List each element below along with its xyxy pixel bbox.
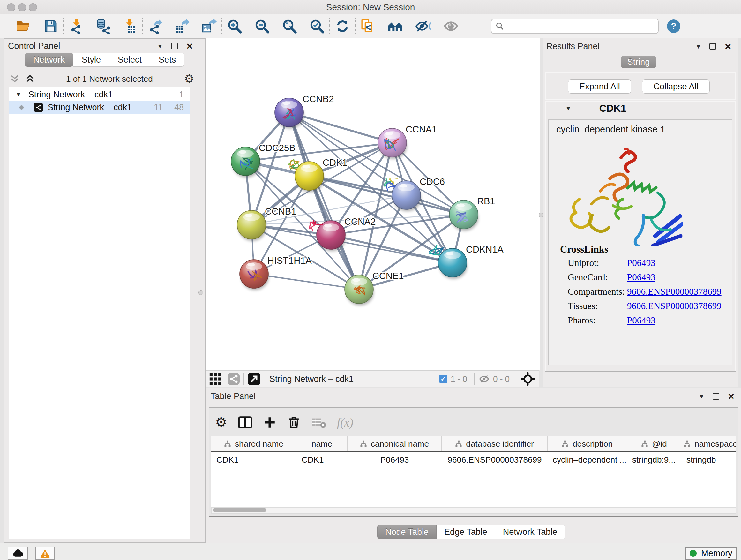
tab-node-table[interactable]: Node Table [377,524,436,539]
entry-expander-icon[interactable]: ▼ [565,106,571,111]
table-panel-close-icon[interactable]: ✕ [728,392,735,401]
crosslink-link[interactable]: P06493 [627,258,656,272]
column-header--id[interactable]: @id [627,436,681,451]
zoom-in-icon[interactable] [225,17,244,35]
add-column-icon[interactable] [263,416,276,429]
table-cell[interactable]: P06493 [347,452,442,468]
network-options-gear-icon[interactable]: ⚙ [184,73,194,84]
collapse-all-button[interactable]: Collapse All [642,79,710,94]
window-title: Session: New Session [0,2,741,12]
column-header-name[interactable]: name [296,436,347,451]
svg-text:CDC6: CDC6 [420,177,445,187]
zoom-fit-icon[interactable] [280,17,299,35]
node-CDC6[interactable]: CDC6 [384,177,445,211]
hidden-items-eye-icon[interactable] [478,373,490,385]
import-network-icon[interactable] [67,17,85,35]
table-row[interactable]: CDK1CDK1P064939606.ENSP00000378699cyclin… [211,452,736,468]
import-database-icon[interactable] [94,17,112,35]
control-panel-title: Control Panel [8,41,60,51]
left-splitter-handle[interactable] [199,290,203,295]
tab-string[interactable]: String [621,56,656,68]
node-HIST1H1A[interactable]: HIST1H1A [240,255,312,290]
results-panel-close-icon[interactable]: ✕ [724,43,731,51]
column-header-label: namespace [694,439,736,449]
scrollbar-thumb[interactable] [213,508,266,512]
export-image-icon[interactable] [200,17,218,35]
column-header-namespace[interactable]: namespace [681,436,736,451]
table-cell[interactable]: stringdb:9... [627,452,681,468]
column-header-canonical-name[interactable]: canonical name [347,436,442,451]
table-settings-gear-icon[interactable]: ⚙ [215,416,227,429]
control-panel: Control Panel ▼ ✕ NetworkStyleSelectSets… [4,38,205,543]
table-panel-menu-icon[interactable]: ▼ [698,394,704,399]
control-panel-menu-icon[interactable]: ▼ [157,44,163,49]
results-panel-float-icon[interactable] [710,43,716,50]
birds-eye-grid-icon[interactable] [209,373,222,385]
cloud-button[interactable] [8,547,28,560]
collapse-all-icon[interactable] [10,74,19,84]
pan-crosshair-icon[interactable] [521,372,535,386]
edge-CCNB2-CCNA1[interactable] [289,112,392,143]
table-cell[interactable]: 9606.ENSP00000378699 [442,452,548,468]
network-collection-row[interactable]: ▼ String Network – cdk1 1 [9,88,190,101]
footer-separator [244,373,244,385]
selected-items-checkbox[interactable]: ✓ [439,375,448,383]
column-header-shared-name[interactable]: shared name [211,436,296,451]
hide-panel-eye-icon[interactable] [414,17,432,35]
tab-network-table[interactable]: Network Table [495,524,565,539]
memory-button[interactable]: Memory [685,547,737,560]
network-row-selected[interactable]: String Network – cdk1 11 48 [9,101,190,114]
clone-network-icon[interactable] [359,17,377,35]
export-table-icon[interactable] [173,17,192,35]
zoom-out-icon[interactable] [253,17,271,35]
show-panel-eye-icon[interactable] [442,17,460,35]
expand-all-icon[interactable] [25,74,35,84]
column-header-description[interactable]: description [548,436,627,451]
node-CDC25B[interactable]: CDC25B [231,143,295,178]
node-CCNE1[interactable]: CCNE1 [345,271,404,306]
show-columns-icon[interactable] [238,415,252,429]
node-CDKN1A[interactable]: CDKN1A [429,244,503,279]
string-home-icon[interactable] [386,17,405,35]
delete-column-trash-icon[interactable] [287,416,300,429]
control-panel-float-icon[interactable] [171,43,178,50]
search-input[interactable] [508,21,654,31]
help-button[interactable]: ? [667,19,680,33]
table-cell[interactable]: stringdb [681,452,736,468]
collection-expander-icon[interactable]: ▼ [16,91,21,98]
export-network-icon[interactable] [146,17,165,35]
crosslink-link[interactable]: 9606.ENSP00000378699 [627,301,722,315]
tab-sets[interactable]: Sets [150,53,185,67]
results-panel-menu-icon[interactable]: ▼ [695,44,701,50]
save-session-icon[interactable] [42,17,60,35]
cloud-icon [12,549,23,557]
tab-select[interactable]: Select [110,53,150,67]
column-header-database-identifier[interactable]: database identifier [442,436,548,451]
network-overview-icon[interactable] [227,373,240,385]
table-cell[interactable]: CDK1 [296,452,347,468]
crosslink-link[interactable]: P06493 [627,272,656,286]
table-cell[interactable]: cyclin–dependent ... [548,452,627,468]
import-table-icon[interactable] [121,17,139,35]
shared-column-icon [455,440,462,447]
crosslink-link[interactable]: 9606.ENSP00000378699 [627,287,722,300]
node-RB1[interactable]: RB1 [449,196,495,231]
table-cell[interactable]: CDK1 [211,452,296,468]
open-in-new-window-icon[interactable] [248,373,260,385]
open-session-icon[interactable] [14,17,32,35]
zoom-selected-icon[interactable] [308,17,326,35]
warnings-button[interactable] [35,547,55,560]
control-panel-close-icon[interactable]: ✕ [186,42,193,51]
edge-HIST1H1A-CCNE1[interactable] [254,274,359,289]
node-CCNA1[interactable]: CCNA1 [378,124,437,159]
refresh-icon[interactable] [333,17,352,35]
horizontal-scrollbar[interactable] [211,507,736,514]
network-graph[interactable]: CCNB2CCNA1CDC25BCDK1CDC6RB1CCNB1CCNA2CDK… [206,38,540,370]
crosslink-link[interactable]: P06493 [627,315,656,329]
table-panel-float-icon[interactable] [713,393,719,400]
tab-style[interactable]: Style [73,53,110,67]
tab-network[interactable]: Network [24,53,73,67]
expand-all-button[interactable]: Expand All [568,79,631,94]
network-canvas[interactable]: CCNB2CCNA1CDC25BCDK1CDC6RB1CCNB1CCNA2CDK… [206,38,540,370]
tab-edge-table[interactable]: Edge Table [436,524,495,539]
